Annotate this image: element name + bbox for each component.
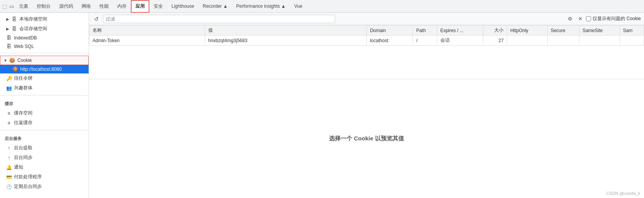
col-header-domain: Domain [367, 26, 413, 36]
cookie-table: 名称 值 Domain Path Expires / ... 大小 HttpOn… [89, 25, 644, 46]
sidebar-item-interest-groups[interactable]: 👥 兴趣群体 [0, 83, 89, 93]
cookie-table-panel: 名称 值 Domain Path Expires / ... 大小 HttpOn… [89, 25, 644, 79]
indexeddb-icon: 🗄 [6, 35, 12, 41]
sidebar-label-bg-sync: 后台同步 [14, 154, 33, 161]
sidebar-label-bg-fetch: 后台提取 [14, 145, 33, 151]
cookie-arrow-icon: ▼ [3, 58, 7, 63]
sidebar-label-cookie: Cookie [17, 58, 32, 63]
watermark: CSDN @coinfsi_li [606, 191, 640, 196]
sidebar-label-indexeddb: IndexedDB [14, 35, 37, 41]
sidebar-label-websql: Web SQL [14, 44, 34, 49]
sidebar: ▶ 🗄 本地存储空间 ▶ 🗄 会话存储空间 🗄 IndexedDB 🗄 Web … [0, 13, 89, 198]
preview-panel: 选择一个 Cookie 以预览其值 [89, 79, 644, 198]
cookie-entry-icon: 🍪 [12, 67, 18, 72]
col-header-size: 大小 [483, 26, 507, 36]
notification-icon: 🔔 [6, 165, 12, 170]
preview-message: 选择一个 Cookie 以预览其值 [329, 135, 404, 142]
trust-token-icon: 🔑 [6, 76, 12, 81]
sidebar-label-cache-storage: 缓存空间 [14, 110, 33, 116]
tab-lighthouse[interactable]: Lighthouse [167, 0, 199, 13]
content-area: ↺ ⚙ ✕ 仅显示有问题的 Cookie 名称 值 [89, 13, 644, 198]
sidebar-item-websql[interactable]: 🗄 Web SQL [0, 42, 89, 51]
col-header-httponly: HttpOnly [507, 26, 548, 36]
sidebar-item-local-storage[interactable]: ▶ 🗄 本地存储空间 [0, 14, 89, 24]
tab-application[interactable]: 应用 [131, 0, 149, 13]
sidebar-label-interest-groups: 兴趣群体 [14, 85, 33, 91]
tab-performance[interactable]: 性能 [95, 0, 113, 13]
session-storage-icon: 🗄 [12, 26, 17, 32]
sidebar-item-periodic-bg-sync[interactable]: 🕐 定期后台同步 [0, 182, 89, 191]
divider-3 [0, 130, 89, 130]
sidebar-label-local-storage: 本地存储空间 [19, 16, 47, 22]
tab-console[interactable]: 控制台 [33, 0, 55, 13]
show-only-issues-text: 仅显示有问题的 Cookie [593, 15, 641, 22]
sidebar-item-session-storage[interactable]: ▶ 🗄 会话存储空间 [0, 24, 89, 34]
right-split: 名称 值 Domain Path Expires / ... 大小 HttpOn… [89, 25, 644, 198]
device-icon[interactable]: ▭ [9, 3, 15, 9]
tab-elements[interactable]: 元素 [15, 0, 33, 13]
tab-recorder[interactable]: Recorder ▲ [199, 0, 232, 13]
sidebar-item-localhost[interactable]: 🍪 http://localhost:8080 [0, 65, 89, 73]
sidebar-label-notifications: 通知 [14, 164, 23, 171]
toolbar: ↺ ⚙ ✕ 仅显示有问题的 Cookie [89, 13, 644, 25]
tab-memory[interactable]: 内存 [113, 0, 131, 13]
sidebar-item-back-forward-cache[interactable]: ≡ 往返缓存 [0, 118, 89, 128]
cookie-icon: 🍪 [10, 58, 15, 63]
show-only-issues-checkbox[interactable] [586, 16, 591, 21]
local-storage-icon: 🗄 [12, 17, 17, 22]
tab-sources[interactable]: 源代码 [55, 0, 77, 13]
col-header-name: 名称 [89, 26, 205, 36]
sidebar-label-localhost: http://localhost:8080 [20, 67, 62, 72]
divider-2 [0, 95, 89, 96]
col-header-sam: Sam [620, 26, 644, 36]
cache-section-title: 缓存 [0, 98, 89, 108]
sidebar-label-periodic-bg-sync: 定期后台同步 [14, 183, 42, 190]
tab-vue[interactable]: Vue [290, 0, 307, 13]
bg-fetch-icon: ↑ [6, 145, 12, 151]
bg-sync-icon: ↑ [6, 155, 12, 160]
sidebar-item-trust-tokens[interactable]: 🔑 信任令牌 [0, 73, 89, 83]
col-header-secure: Secure [547, 26, 579, 36]
tab-security[interactable]: 安全 [149, 0, 167, 13]
sidebar-item-cache-storage[interactable]: ≡ 缓存空间 [0, 108, 89, 118]
sidebar-label-session-storage: 会话存储空间 [19, 26, 47, 32]
refresh-button[interactable]: ↺ [92, 15, 101, 23]
sidebar-label-trust-tokens: 信任令牌 [14, 75, 33, 82]
filter-options-icon[interactable]: ⚙ [566, 15, 574, 23]
bfcache-icon: ≡ [6, 120, 12, 126]
sidebar-item-notifications[interactable]: 🔔 通知 [0, 162, 89, 172]
table-row[interactable]: Admin-Tokenhnxbzqt4mg3j5683localhost/会话2… [89, 36, 644, 46]
col-header-path: Path [413, 26, 437, 36]
divider-1 [0, 53, 89, 53]
col-header-value: 值 [205, 26, 367, 36]
sidebar-item-indexeddb[interactable]: 🗄 IndexedDB [0, 34, 89, 42]
sidebar-label-payment-handler: 付款处理程序 [14, 174, 42, 180]
periodic-sync-icon: 🕐 [6, 184, 12, 189]
websql-icon: 🗄 [6, 44, 12, 49]
arrow-icon: ▶ [6, 27, 9, 31]
show-only-issues-label[interactable]: 仅显示有问题的 Cookie [586, 15, 641, 22]
interest-group-icon: 👥 [6, 85, 12, 91]
main-layout: ▶ 🗄 本地存储空间 ▶ 🗄 会话存储空间 🗄 IndexedDB 🗄 Web … [0, 13, 644, 198]
cache-storage-icon: ≡ [6, 111, 12, 116]
sidebar-label-back-forward-cache: 往返缓存 [14, 119, 33, 126]
tab-network[interactable]: 网络 [77, 0, 95, 13]
top-tab-bar: ⬚ ▭ 元素 控制台 源代码 网络 性能 内存 应用 安全 Lighthouse… [0, 0, 644, 13]
bg-services-section-title: 后台服务 [0, 133, 89, 143]
sidebar-item-cookie-parent[interactable]: ▼ 🍪 Cookie [0, 56, 89, 65]
sidebar-item-bg-fetch[interactable]: ↑ 后台提取 [0, 143, 89, 153]
filter-input[interactable] [103, 15, 335, 23]
sidebar-item-payment-handler[interactable]: 💳 付款处理程序 [0, 172, 89, 182]
cursor-icon[interactable]: ⬚ [2, 3, 8, 9]
arrow-icon: ▶ [6, 17, 9, 21]
col-header-expires: Expires / ... [437, 26, 483, 36]
payment-handler-icon: 💳 [6, 174, 12, 180]
tab-performance-insights[interactable]: Performance insights ▲ [232, 0, 290, 13]
sidebar-item-bg-sync[interactable]: ↑ 后台同步 [0, 153, 89, 162]
clear-button[interactable]: ✕ [576, 15, 584, 23]
col-header-samesite: SameSite [579, 26, 620, 36]
